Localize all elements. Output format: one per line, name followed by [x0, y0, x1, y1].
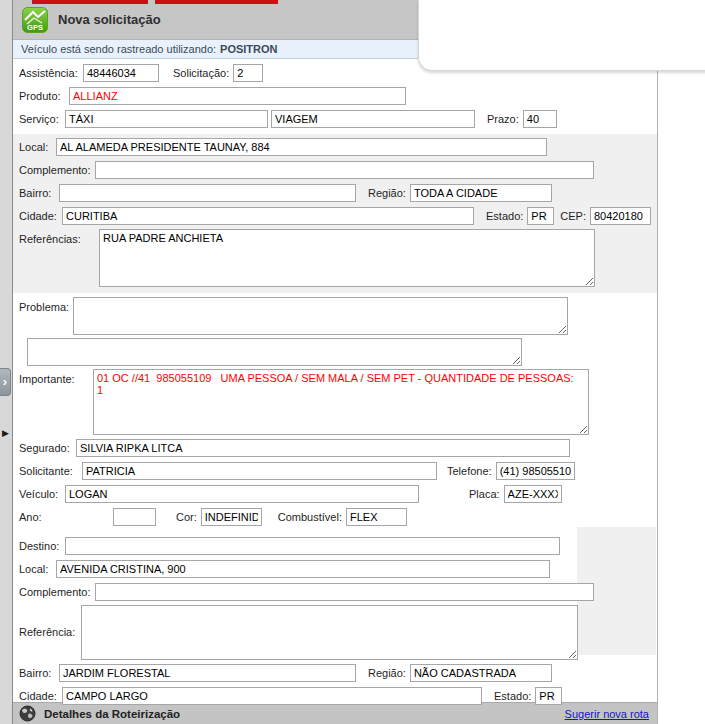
section-details: Problema: Importante: 01 OC //41 9850551… — [13, 293, 657, 532]
local-destino-label: Local: — [19, 563, 52, 575]
solicitante-label: Solicitante: — [19, 465, 78, 477]
produto-label: Produto: — [19, 90, 65, 102]
observacao-textarea[interactable] — [27, 338, 522, 366]
row-solicitante: Solicitante: Telefone: — [19, 461, 651, 481]
problema-label: Problema: — [19, 298, 69, 316]
row-complemento-origem: Complemento: — [19, 160, 651, 180]
regiao-origem-label: Região: — [368, 187, 406, 199]
popup-overlay — [418, 0, 705, 71]
regiao-destino-input[interactable] — [410, 664, 552, 682]
row-bairro-destino: Bairro: Região: — [19, 663, 651, 683]
referencias-textarea[interactable]: RUA PADRE ANCHIETA — [99, 229, 595, 287]
destino-input[interactable] — [65, 537, 560, 555]
regiao-destino-label: Região: — [368, 667, 406, 679]
row-bairro-origem: Bairro: Região: — [19, 183, 651, 203]
svg-text:GPS: GPS — [27, 23, 43, 32]
solicitacao-label: Solicitação: — [173, 67, 229, 79]
nova-solicitacao-window: GPS Nova solicitação Veículo está sendo … — [12, 0, 658, 724]
red-tab-strip-left — [32, 0, 148, 4]
complemento-destino-input[interactable] — [95, 583, 594, 601]
local-origem-input[interactable] — [56, 138, 547, 156]
estado-destino-input[interactable] — [535, 687, 562, 705]
local-destino-input[interactable] — [56, 560, 550, 578]
cep-label: CEP: — [560, 210, 586, 222]
prazo-input[interactable] — [523, 110, 557, 128]
destino-label: Destino: — [19, 540, 61, 552]
produto-input[interactable] — [69, 87, 406, 105]
row-segurado: Segurado: — [19, 438, 651, 458]
row-destino: Destino: — [19, 536, 651, 556]
cidade-origem-label: Cidade: — [19, 210, 58, 222]
row-local-destino: Local: — [19, 559, 651, 579]
cidade-origem-input[interactable] — [62, 207, 474, 225]
solicitacao-input[interactable] — [233, 64, 263, 82]
row-problema: Problema: — [19, 297, 651, 335]
section-destination: Destino: Local: Complemento: Referência:… — [13, 532, 657, 711]
gps-icon: GPS — [22, 7, 48, 33]
local-origem-label: Local: — [19, 141, 52, 153]
ano-label: Ano: — [19, 511, 45, 523]
estado-origem-input[interactable] — [527, 207, 554, 225]
row-ano-cor-combustivel: Ano: Cor: Combustível: — [19, 507, 651, 527]
row-referencia-destino: Referência: — [19, 605, 651, 660]
prazo-label: Prazo: — [487, 113, 519, 125]
segurado-input[interactable] — [76, 439, 570, 457]
cidade-destino-label: Cidade: — [19, 690, 58, 702]
solicitante-input[interactable] — [82, 462, 437, 480]
cor-input[interactable] — [201, 508, 262, 526]
telefone-input[interactable] — [496, 462, 575, 480]
complemento-origem-label: Complemento: — [19, 164, 91, 176]
suggest-route-link[interactable]: Sugerir nova rota — [565, 708, 649, 720]
segurado-label: Segurado: — [19, 442, 72, 454]
veiculo-label: Veículo: — [19, 488, 61, 500]
triangle-right-icon[interactable]: ▶ — [2, 428, 9, 438]
chevron-right-icon[interactable]: › — [0, 368, 11, 396]
row-cidade-origem: Cidade: Estado: CEP: — [19, 206, 651, 226]
red-tab-strip-right — [155, 0, 278, 4]
bairro-destino-label: Bairro: — [19, 667, 55, 679]
bairro-origem-label: Bairro: — [19, 187, 55, 199]
complemento-origem-input[interactable] — [95, 161, 594, 179]
servico-categoria-input[interactable] — [271, 110, 475, 128]
assistencia-label: Assistência: — [19, 67, 79, 79]
veiculo-input[interactable] — [65, 485, 419, 503]
estado-origem-label: Estado: — [486, 210, 523, 222]
tracking-provider: POSITRON — [220, 43, 277, 55]
left-sidebar-strip — [0, 0, 12, 724]
cep-input[interactable] — [590, 207, 651, 225]
cor-label: Cor: — [176, 511, 197, 523]
row-importante: Importante: 01 OC //41 985055109 UMA PES… — [19, 369, 651, 435]
importante-textarea[interactable]: 01 OC //41 985055109 UMA PESSOA / SEM MA… — [93, 369, 589, 435]
row-observacao — [19, 338, 651, 366]
row-servico: Serviço: Prazo: — [19, 109, 651, 129]
row-produto: Produto: — [19, 86, 651, 106]
ano-input[interactable] — [113, 508, 156, 526]
cidade-destino-input[interactable] — [62, 687, 482, 705]
page-title: Nova solicitação — [58, 12, 161, 27]
section-origin-address: Local: Complemento: Bairro: Região: Cida… — [13, 134, 657, 293]
complemento-destino-label: Complemento: — [19, 586, 91, 598]
row-veiculo: Veículo: Placa: — [19, 484, 651, 504]
placa-input[interactable] — [504, 485, 562, 503]
row-complemento-destino: Complemento: — [19, 582, 651, 602]
bairro-destino-input[interactable] — [59, 664, 356, 682]
placa-label: Placa: — [469, 488, 500, 500]
routing-title: Detalhes da Roteirização — [44, 708, 180, 720]
servico-label: Serviço: — [19, 113, 61, 125]
referencia-destino-textarea[interactable] — [81, 605, 578, 660]
tracking-text: Veículo está sendo rastreado utilizando: — [21, 43, 216, 55]
telefone-label: Telefone: — [447, 465, 492, 477]
importante-label: Importante: — [19, 370, 81, 388]
globe-icon — [19, 705, 36, 722]
regiao-origem-input[interactable] — [410, 184, 552, 202]
assistencia-input[interactable] — [83, 64, 159, 82]
servico-tipo-input[interactable] — [65, 110, 268, 128]
combustivel-input[interactable] — [346, 508, 407, 526]
row-referencias: Referências: RUA PADRE ANCHIETA — [19, 229, 651, 287]
problema-textarea[interactable] — [73, 297, 568, 335]
referencia-destino-label: Referência: — [19, 623, 77, 641]
estado-destino-label: Estado: — [494, 690, 531, 702]
row-local-origem: Local: — [19, 137, 651, 157]
row-cidade-destino: Cidade: Estado: — [19, 686, 651, 706]
bairro-origem-input[interactable] — [59, 184, 356, 202]
